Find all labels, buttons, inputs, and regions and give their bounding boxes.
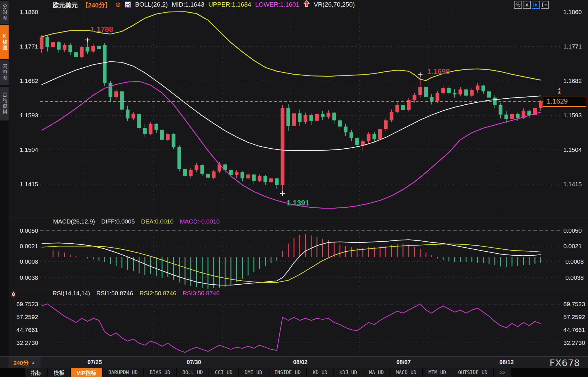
axis-label: 0.0021	[8, 243, 38, 250]
rsi3-value: RSI3:50.8746	[183, 290, 219, 297]
high-label-2: 1.1698	[427, 67, 450, 76]
last-price-badge: 1.1629	[543, 96, 586, 107]
high-label-1: 1.1788	[90, 25, 113, 34]
period-label[interactable]: 【240分】	[82, 0, 111, 9]
tab-boll-ud[interactable]: BOLL_UD	[177, 368, 209, 377]
period-selector[interactable]: 240分▲	[9, 357, 40, 368]
axis-label: 1.1593	[8, 112, 38, 119]
tab-dmi-ud[interactable]: DMI_UD	[239, 368, 268, 377]
tab-vip-[interactable]: VIP指标	[71, 368, 102, 377]
time-axis: 240分▲ 07/2507/3008/0208/0708/12	[0, 356, 588, 368]
date-label: 08/12	[494, 359, 519, 366]
axis-label: -0.0038	[8, 274, 38, 281]
axis-label: 1.1860	[8, 9, 38, 15]
boll-upper-value: UPPER:1.1684	[208, 1, 251, 8]
rsi-title: RSI(14,14,14)	[52, 290, 90, 297]
tab-cci-ud[interactable]: CCI_UD	[209, 368, 238, 377]
boll-lower-value: LOWER:1.1601	[255, 1, 299, 8]
tab-ma-ud[interactable]: MA_UD	[363, 368, 390, 377]
axis-label: 1.1771	[563, 43, 588, 50]
add-indicator-icon[interactable]: ⊕	[115, 2, 121, 7]
macd-diff-value: DIFF:0.0005	[101, 218, 135, 225]
tab-kd-ud[interactable]: KD_UD	[307, 368, 333, 377]
axis-label: 1.1415	[563, 181, 588, 188]
axis-label: 0.0050	[563, 227, 588, 234]
chart-toolbar	[514, 1, 549, 9]
axis-label: 1.1860	[563, 9, 588, 15]
macd-dea-value: DEA:0.0010	[141, 218, 174, 225]
axis-label: 69.7523	[8, 301, 38, 308]
rsi1-value: RSI1:50.8746	[96, 290, 133, 297]
axis-label: 1.1415	[8, 181, 38, 188]
scroll-to-latest-icon[interactable]: ▲▲	[556, 87, 563, 95]
axis-label: 1.1682	[563, 77, 588, 84]
tab-macd-ud[interactable]: MACD_UD	[390, 368, 422, 377]
chart-header: 欧元美元 【240分】 ⊕ BOLL(26,2) MID:1.1643 UPPE…	[52, 1, 355, 9]
rsi2-value: RSI2:50.8746	[139, 290, 176, 297]
chevron-up-icon: ▲	[31, 360, 35, 365]
tab-kdj-ud[interactable]: KDJ_UD	[334, 368, 363, 377]
brand-watermark: FX678	[550, 357, 580, 368]
axis-label: 1.1504	[563, 146, 588, 153]
tab--[interactable]: 模板	[48, 368, 70, 377]
tab-bias-ud[interactable]: BIAS_UD	[144, 368, 176, 377]
axis-label: 57.2592	[8, 314, 38, 320]
sidebar-item-4[interactable]: 合约资料	[0, 87, 9, 121]
axis-label: -0.0008	[8, 258, 38, 265]
tab-inside-ud[interactable]: INSIDE_UD	[268, 368, 306, 377]
candle-chart-icon	[125, 1, 131, 8]
auto-play-icon[interactable]	[532, 1, 540, 9]
axis-label: 1.1682	[8, 77, 38, 84]
date-label: 08/07	[391, 359, 416, 366]
axis-label: 69.7523	[563, 301, 588, 308]
rsi-header: RSI(14,14,14) RSI1:50.8746 RSI2:50.8746 …	[52, 290, 219, 297]
tab-mtm-ud[interactable]: MTM_UD	[423, 368, 452, 377]
axis-label: 1.1771	[8, 43, 38, 50]
tab--[interactable]: 指标	[25, 368, 47, 377]
axis-label: 32.2730	[563, 339, 588, 346]
macd-header: MACD(26,12,9) DIFF:0.0005 DEA:0.0010 MAC…	[53, 218, 220, 225]
macd-value: MACD:-0.0010	[180, 218, 220, 225]
trading-terminal: 1.17881.16981.1391 分时图K线图闪电图合约资料 欧元美元 【2…	[0, 0, 588, 377]
tab-outside-ud[interactable]: OUTSIDE_UD	[452, 368, 493, 377]
sidebar-item-2[interactable]: K线图	[0, 25, 9, 59]
axis-label: 1.1504	[8, 146, 38, 153]
alert-blink-icon[interactable]	[10, 290, 17, 298]
chart-canvas[interactable]: 1.17881.16981.1391	[0, 0, 588, 356]
axis-label: 1.1593	[563, 112, 588, 119]
axis-label: 0.0021	[563, 243, 588, 250]
boll-label: BOLL(26,2)	[135, 1, 168, 8]
date-label: 08/02	[287, 359, 313, 366]
axis-label: -0.0008	[563, 258, 588, 265]
sidebar: 分时图K线图闪电图合约资料	[0, 0, 9, 377]
axis-scale-icon[interactable]	[523, 1, 531, 9]
sidebar-item-3[interactable]: 闪电图	[0, 60, 9, 85]
low-label: 1.1391	[287, 199, 309, 207]
tab-barupdn-ud[interactable]: BARUPDN_UD	[103, 368, 143, 377]
date-label: 07/25	[82, 359, 108, 366]
boll-mid-value: MID:1.1643	[172, 1, 205, 8]
symbol-name: 欧元美元	[52, 0, 78, 9]
exit-right-icon[interactable]	[541, 1, 549, 9]
axis-label: 57.2592	[563, 314, 588, 320]
tabs-overflow-button[interactable]: >>	[494, 368, 511, 377]
axis-label: -0.0038	[563, 274, 588, 281]
macd-histogram	[53, 234, 541, 289]
axis-label: 0.0050	[8, 227, 38, 234]
date-label: 07/30	[181, 359, 207, 366]
indicator-tabbar: 指标模板VIP指标BARUPDN_UDBIAS_UDBOLL_UDCCI_UDD…	[0, 368, 588, 377]
vr-label: VR(26,70,250)	[314, 1, 355, 8]
sidebar-item-1[interactable]: 分时图	[0, 1, 9, 24]
axis-label: 32.2730	[8, 339, 38, 346]
crosshair-icon[interactable]	[514, 1, 522, 9]
axis-label: 44.7661	[563, 327, 588, 333]
axis-label: 44.7661	[8, 327, 38, 333]
up-arrow-icon	[303, 0, 310, 9]
macd-title: MACD(26,12,9)	[53, 218, 95, 225]
